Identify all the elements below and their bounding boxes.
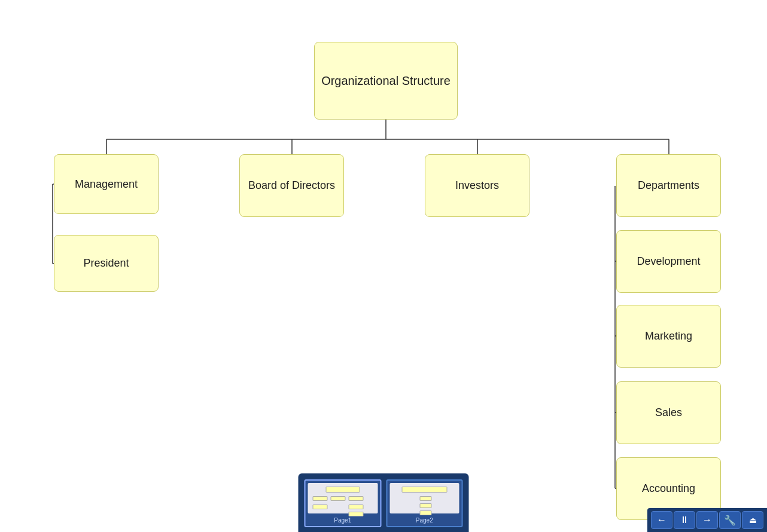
node-investors[interactable]: Investors — [425, 154, 529, 217]
page-2-label: Page2 — [387, 516, 462, 526]
forward-button[interactable]: → — [696, 511, 718, 529]
node-development[interactable]: Development — [616, 230, 721, 293]
diagram-area: Organizational Structure Management Pres… — [0, 0, 767, 532]
node-sales[interactable]: Sales — [616, 381, 721, 444]
node-marketing[interactable]: Marketing — [616, 305, 721, 368]
page-thumb-1[interactable]: Page1 — [305, 479, 382, 527]
back-button[interactable]: ← — [651, 511, 672, 529]
page-thumb-2-content — [389, 483, 459, 513]
page-1-label: Page1 — [306, 516, 381, 526]
node-president[interactable]: President — [54, 235, 159, 292]
node-departments[interactable]: Departments — [616, 154, 721, 217]
exit-button[interactable]: ⏏ — [742, 511, 763, 529]
node-root[interactable]: Organizational Structure — [314, 42, 458, 120]
page-thumb-1-content — [308, 483, 378, 513]
settings-button[interactable]: 🔧 — [719, 511, 741, 529]
node-board[interactable]: Board of Directors — [239, 154, 344, 217]
page-thumb-2[interactable]: Page2 — [386, 479, 463, 527]
pause-button[interactable]: ⏸ — [674, 511, 695, 529]
node-management[interactable]: Management — [54, 154, 159, 214]
toolbar: ← ⏸ → 🔧 ⏏ — [647, 508, 767, 532]
page-navigator: Page1 Page2 — [299, 473, 469, 532]
